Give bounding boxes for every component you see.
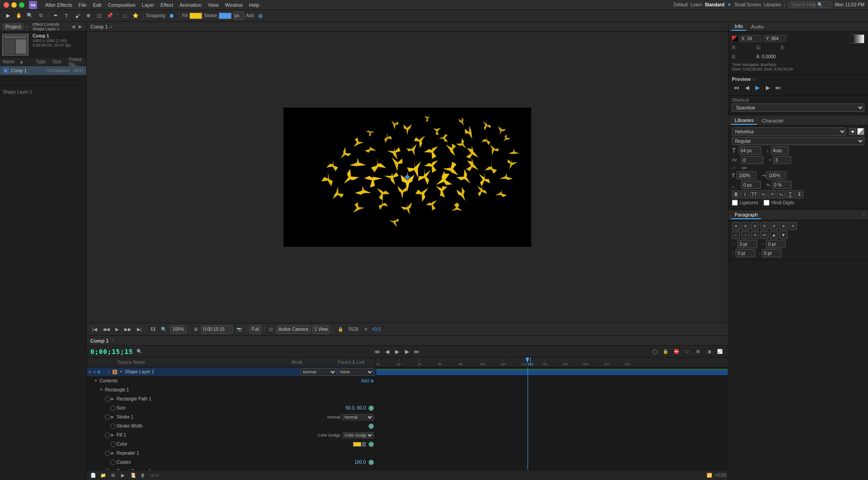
layer-row-size-rect[interactable]: Size 60.0, 60.0 [87,404,376,413]
tl-next-frame[interactable]: ▶ [402,348,411,356]
add-shape-btn[interactable]: ⊕ [256,12,265,20]
font-size-input[interactable] [739,146,761,155]
scale-v-input[interactable] [766,171,786,179]
stroke-width-input[interactable] [233,12,244,20]
layer-row-stroke-width[interactable]: Stroke Width [87,422,376,431]
tool-selection[interactable]: ▶ [4,12,13,20]
layer-row-repeater-1[interactable]: ▶ Repeater 1 [87,449,376,458]
font-sub-btn[interactable]: T₂ [777,190,785,198]
space-before-input[interactable] [736,249,755,257]
menu-effect[interactable]: Effect [158,1,176,9]
hindi-digits-checkbox[interactable] [764,200,769,206]
fill-color-preview[interactable] [353,442,361,447]
tl-search-btn[interactable]: 🔍 [135,348,144,356]
align-justify-last-right-btn[interactable]: ≡ [789,222,797,230]
tool-clone[interactable]: ⊕ [84,12,93,20]
tool-rotate[interactable]: ↻ [36,12,45,20]
tl-play[interactable]: ▶ [392,348,401,356]
minimize-btn[interactable] [11,2,17,8]
contents-add-btn[interactable]: Add ⊕ [361,378,374,383]
tab-info[interactable]: Info [731,23,746,31]
tab-audio[interactable]: Audio [747,23,767,30]
track-row-shape-layer[interactable] [376,367,728,376]
tl-motion-blur-btn[interactable]: ◑ [704,348,713,356]
camera-btn[interactable]: 📷 [235,326,244,333]
size-anim-dot[interactable] [368,405,374,411]
maximize-btn[interactable] [19,2,24,8]
fill-color-alpha[interactable] [362,442,366,447]
fill-color-swatch[interactable] [189,13,202,19]
align-justify-last-left-btn[interactable]: ≡ [770,222,778,230]
font-bold-btn[interactable]: B [732,190,740,198]
preview-ctrl-next[interactable]: ▶ [763,84,772,92]
indent-none-btn[interactable]: ⇐ [760,231,769,239]
file-item-comp1[interactable]: C Comp 1 Composition 29.97 [0,66,86,75]
copies-anim-dot[interactable] [368,460,374,465]
layer-expand-contents[interactable]: ▼ [94,379,99,383]
repeater-stopwatch[interactable] [105,451,110,456]
indent-right-input[interactable] [766,240,786,248]
layer-row-contents[interactable]: ▼ Contents Add ⊕ [87,376,376,386]
resolution-btn[interactable]: 🎞 [149,326,157,333]
tl-frame-blend-btn[interactable]: ⊞ [693,348,703,356]
layer-parent-select-1[interactable]: None [338,368,374,376]
tl-prev-frame[interactable]: ◀ [382,348,392,356]
tracking-input[interactable] [773,156,791,164]
align-left-btn[interactable]: ≡ [732,222,740,230]
timeline-ruler[interactable]: 0s 2s 4s 6s [376,358,728,367]
tl-solo-btn[interactable]: ◯ [650,348,659,356]
font-super-btn[interactable]: T² [768,190,776,198]
scale-h-input[interactable] [736,171,756,179]
tab-libraries[interactable]: Libraries [731,117,757,125]
layer-row-stroke-1[interactable]: ▶ Stroke 1 Normal Normal [87,413,376,422]
layer-mode-select-1[interactable]: Normal [301,368,337,376]
indent-right-btn[interactable]: → [741,231,750,239]
layer-row-copies[interactable]: Copies 100.0 [87,458,376,467]
close-btn[interactable] [4,2,9,8]
tab-paragraph[interactable]: Paragraph [731,211,761,219]
menu-edit[interactable]: Edit [90,1,104,9]
3d-view-btn[interactable]: ⊡ [267,326,274,333]
tl-last-frame[interactable]: ⏭ [412,348,421,356]
fill-mode-select[interactable]: Color Dodge [342,432,374,438]
search-help-input[interactable]: Search Help 🔍 [788,1,832,8]
fill-stopwatch[interactable] [105,433,110,438]
views-select[interactable]: 1 View [312,325,330,334]
font-small-caps-btn[interactable]: Tt [759,190,767,198]
tl-new-comp-btn[interactable]: 📄 [89,471,98,480]
menu-composition[interactable]: Composition [105,1,138,9]
preview-step-back[interactable]: ◀◀ [101,326,112,333]
tab-effect-controls[interactable]: Effect Controls Shape Layer 1 [30,22,68,32]
fill-color-anim-dot[interactable] [368,442,374,447]
space-after-input[interactable] [762,249,782,257]
tl-delete-btn[interactable]: 🗑 [138,471,147,480]
breadcrumb-comp[interactable]: Comp 1 [90,24,108,29]
indent-left-btn[interactable]: ← [732,231,740,239]
tool-brush[interactable]: 🖌 [73,12,82,20]
tl-script-btn[interactable]: 📜 [128,471,137,480]
fill-color-stopwatch[interactable] [110,442,116,447]
font-italic-btn[interactable]: I [741,190,749,198]
layer-row-round-corners-1[interactable]: ▶ Round Corners 1 [87,467,376,470]
tab-project[interactable]: Project [3,23,24,30]
workspace-standard[interactable]: Standard [705,2,724,7]
quality-select[interactable]: Full [250,325,261,334]
preview-ctrl-prev[interactable]: ◀ [742,84,751,92]
layer-row-rect-path-1[interactable]: ▶ Rectangle Path 1 [87,395,376,404]
shortcut-select[interactable]: Spacebar [732,104,864,112]
stroke-width-stopwatch[interactable] [110,424,116,429]
copies-value[interactable]: 100.0 [354,460,366,465]
comp-canvas-area[interactable] [87,32,728,323]
camera-select[interactable]: Active Camera [276,325,311,334]
menu-window[interactable]: Window [222,1,245,9]
stroke-color-swatch[interactable] [219,13,231,19]
stroke-width-anim-dot[interactable] [368,424,374,429]
tool-hand[interactable]: ✋ [14,12,24,20]
font-stroke-color-preview[interactable] [857,128,864,135]
font-underline-btn[interactable]: T [786,190,794,198]
tl-new-comp-from-sel[interactable]: ⊞ [108,471,118,480]
timeline-timecode[interactable]: 0;00;15;15 [90,348,133,355]
kerning-input[interactable] [741,156,764,164]
menu-layer[interactable]: Layer [139,1,157,9]
preview-step-fwd[interactable]: ▶▶ [123,326,133,333]
